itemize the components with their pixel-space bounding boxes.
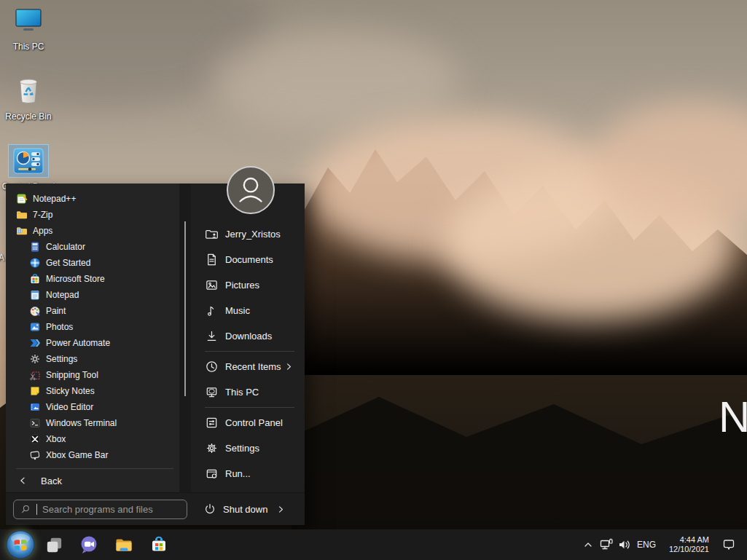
- start-left-item-photos[interactable]: Photos: [6, 319, 179, 335]
- start-right-item-label: Music: [225, 305, 250, 316]
- start-left-item-snipping-tool[interactable]: Snipping Tool: [6, 367, 179, 383]
- start-right-item-label: Control Panel: [225, 417, 283, 428]
- gear-icon: [205, 441, 219, 455]
- user-avatar-icon: [228, 167, 273, 213]
- start-left-item-notepad[interactable]: Notepad: [6, 287, 179, 303]
- network-icon: [599, 537, 614, 552]
- start-left-item-notepad[interactable]: Notepad++: [6, 191, 179, 207]
- start-right-item-downloads[interactable]: Downloads: [191, 323, 305, 349]
- tray-time: 4:44 AM: [661, 535, 709, 545]
- folder-apps-icon: [16, 225, 28, 237]
- start-right-item-music[interactable]: Music: [191, 298, 305, 323]
- start-right-item-label: Run...: [225, 468, 251, 479]
- store-taskbar-icon: [149, 535, 169, 555]
- language-indicator[interactable]: ENG: [633, 540, 660, 550]
- start-right-item-label: Recent Items: [225, 361, 281, 372]
- clock[interactable]: 4:44 AM 12/10/2021: [661, 535, 709, 554]
- taskbar: ENG 4:44 AM 12/10/2021: [0, 529, 747, 560]
- start-left-item-apps[interactable]: Apps: [6, 223, 179, 239]
- start-left-item-get-started[interactable]: Get Started: [6, 255, 179, 271]
- start-left-item-label: Apps: [33, 226, 52, 236]
- start-menu-bottom-bar: Shut down: [6, 492, 305, 525]
- store-button[interactable]: [141, 529, 176, 560]
- start-right-item-label: Jerry_Xristos: [225, 229, 281, 240]
- start-left-item-settings[interactable]: Settings: [6, 351, 179, 367]
- start-left-item-label: Sticky Notes: [46, 386, 95, 396]
- terminal-icon: [29, 417, 41, 429]
- photos-icon: [29, 321, 41, 333]
- search-input[interactable]: [42, 504, 180, 515]
- start-orb-icon: [6, 530, 35, 559]
- notepad-plus-plus-icon: [16, 193, 28, 205]
- start-left-item-label: 7-Zip: [33, 210, 52, 220]
- start-left-item-xbox-game-bar[interactable]: Xbox Game Bar: [6, 447, 179, 463]
- clock-icon: [205, 360, 219, 374]
- start-right-item-pictures[interactable]: Pictures: [191, 272, 305, 298]
- start-menu-places-panel: Jerry_XristosDocumentsPicturesMusicDownl…: [191, 184, 305, 492]
- start-left-item-7-zip[interactable]: 7-Zip: [6, 207, 179, 223]
- start-left-item-xbox[interactable]: Xbox: [6, 431, 179, 447]
- start-right-item-settings[interactable]: Settings: [191, 435, 305, 461]
- start-right-item-label: Documents: [225, 254, 273, 265]
- start-button[interactable]: [4, 529, 36, 560]
- user-avatar[interactable]: [227, 166, 275, 214]
- chevron-left-icon: [17, 476, 28, 486]
- start-right-item-label: Downloads: [225, 331, 272, 342]
- paint-icon: [29, 305, 41, 317]
- chevron-right-icon: [276, 505, 286, 514]
- user-folder-icon: [205, 227, 219, 241]
- back-button[interactable]: Back: [6, 472, 179, 489]
- run-icon: [205, 467, 219, 481]
- desktop-icon-label: Recycle Bin: [0, 111, 57, 122]
- chat-button[interactable]: [71, 529, 106, 560]
- calculator-icon: [29, 241, 41, 253]
- start-left-item-label: Photos: [46, 322, 73, 332]
- chevron-up-icon: [582, 539, 594, 551]
- start-left-item-power-automate[interactable]: Power Automate: [6, 335, 179, 351]
- start-left-item-label: Get Started: [46, 258, 90, 268]
- shut-down-button[interactable]: Shut down: [203, 493, 286, 525]
- start-right-item-run[interactable]: Run...: [191, 461, 305, 486]
- search-box[interactable]: [13, 500, 187, 519]
- start-right-item-this-pc[interactable]: This PC: [191, 379, 305, 405]
- notification-icon: [721, 537, 736, 552]
- start-right-item-control-panel[interactable]: Control Panel: [191, 410, 305, 435]
- file-explorer-button[interactable]: [106, 529, 141, 560]
- this-pc-icon: [9, 4, 47, 38]
- start-left-item-video-editor[interactable]: Video Editor: [6, 399, 179, 415]
- show-hidden-icons-button[interactable]: [579, 529, 597, 560]
- monitor-icon: [205, 385, 219, 399]
- desktop-icon-this-pc[interactable]: This PC: [0, 4, 57, 52]
- start-right-item-documents[interactable]: Documents: [191, 247, 305, 272]
- start-left-item-windows-terminal[interactable]: Windows Terminal: [6, 415, 179, 431]
- scrollbar-thumb[interactable]: [184, 221, 186, 396]
- start-left-item-label: Power Automate: [46, 338, 110, 348]
- start-right-item-recent-items[interactable]: Recent Items: [191, 354, 305, 379]
- start-left-item-label: Snipping Tool: [46, 370, 98, 380]
- start-left-item-sticky-notes[interactable]: Sticky Notes: [6, 383, 179, 399]
- chevron-right-icon: [284, 362, 294, 371]
- start-left-item-label: Video Editor: [46, 402, 93, 412]
- task-view-button[interactable]: [36, 529, 71, 560]
- divider: [205, 407, 294, 408]
- start-right-item-label: This PC: [225, 387, 259, 398]
- start-left-item-label: Windows Terminal: [46, 418, 117, 428]
- divider: [16, 468, 173, 469]
- folder-icon: [16, 209, 28, 221]
- start-right-item-jerry-xristos[interactable]: Jerry_Xristos: [191, 221, 305, 247]
- notification-center-button[interactable]: [716, 529, 741, 560]
- xbox-game-bar-icon: [29, 449, 41, 461]
- tray-date: 12/10/2021: [661, 545, 709, 554]
- control-panel-icon: [8, 144, 49, 178]
- scrollbar[interactable]: [179, 184, 191, 492]
- desktop-icon-recycle-bin[interactable]: Recycle Bin: [0, 73, 57, 122]
- sticky-notes-icon: [29, 385, 41, 397]
- network-tray-icon[interactable]: [597, 529, 615, 560]
- power-automate-icon: [29, 337, 41, 349]
- snipping-tool-icon: [29, 369, 41, 381]
- start-left-item-paint[interactable]: Paint: [6, 303, 179, 319]
- volume-tray-icon[interactable]: [615, 529, 633, 560]
- start-left-item-microsoft-store[interactable]: Microsoft Store: [6, 271, 179, 287]
- start-left-item-label: Xbox Game Bar: [46, 450, 108, 460]
- start-left-item-calculator[interactable]: Calculator: [6, 239, 179, 255]
